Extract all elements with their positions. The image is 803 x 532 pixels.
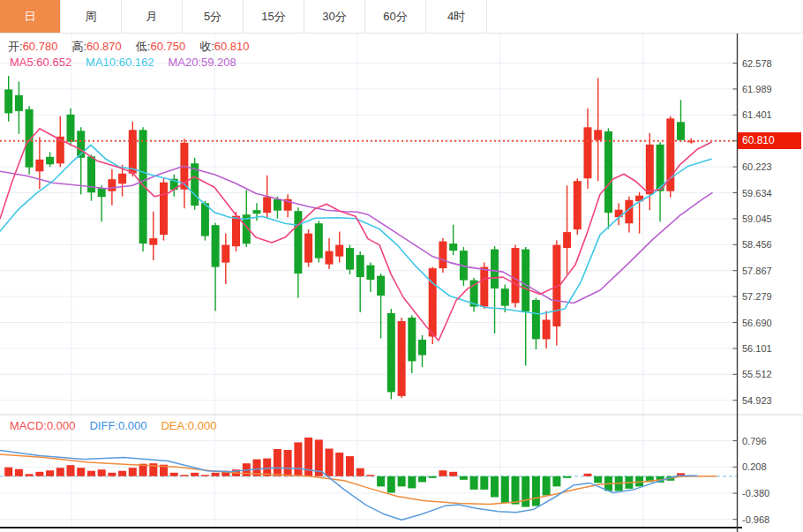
axis-label-macd-3: -0.968 <box>742 513 769 526</box>
row-ohlc-item-1: 高:60.870 <box>71 39 121 55</box>
tab-period-6[interactable]: 60分 <box>365 0 426 33</box>
axis-label-main-11: 56.101 <box>742 342 772 355</box>
axis-label-main-5: 59.634 <box>742 187 772 199</box>
axis-label-main-13: 54.923 <box>742 394 772 407</box>
row-macd-item-0: MACD:0.000 <box>10 419 75 432</box>
axis-label-macd-1: 0.208 <box>742 461 767 473</box>
tab-period-4[interactable]: 15分 <box>244 0 304 33</box>
tab-period-0[interactable]: 日 <box>0 0 61 33</box>
axis-label-macd-2: -0.380 <box>742 487 769 499</box>
chart-canvas <box>0 0 803 532</box>
tab-period-7[interactable]: 4时 <box>426 0 487 33</box>
row-ohlc-item-3: 收:60.810 <box>199 39 249 55</box>
candlestick-layer <box>4 76 695 400</box>
axis-label-main-9: 57.279 <box>742 290 772 303</box>
macd-legend: MACD:0.000DIFF:0.000DEA:0.000 <box>10 419 230 432</box>
price-badge: 60.810 <box>738 132 801 149</box>
axis-label-macd-0: 0.796 <box>742 435 767 447</box>
axis-label-main-12: 55.512 <box>742 368 772 380</box>
axis-label-main-4: 60.223 <box>742 161 772 173</box>
axis-label-main-10: 56.690 <box>742 317 772 329</box>
tab-period-1[interactable]: 周 <box>61 0 122 33</box>
kline-app-window: { "tabs": { "items": [ {"label": "日", "a… <box>0 0 803 532</box>
row-macd-item-2: DEA:0.000 <box>161 419 216 432</box>
macd-layer <box>0 438 738 520</box>
row-ohlc-item-0: 开:60.780 <box>8 39 57 55</box>
row-ma-item-1: MA10:60.162 <box>86 56 154 69</box>
tab-period-2[interactable]: 月 <box>122 0 183 33</box>
row-ma-item-2: MA20:59.208 <box>168 56 236 69</box>
axis-label-main-0: 62.578 <box>742 57 772 70</box>
axis-label-main-8: 57.867 <box>742 265 772 277</box>
period-tabbar: 日周月5分15分30分60分4时 <box>0 0 803 34</box>
row-ohlc-item-2: 低:60.750 <box>136 39 185 55</box>
axis-label-main-7: 58.456 <box>742 238 772 251</box>
tab-period-3[interactable]: 5分 <box>183 0 244 33</box>
grid-layer <box>0 34 738 528</box>
axis-label-main-2: 61.401 <box>742 109 772 121</box>
row-macd-item-1: DIFF:0.000 <box>89 419 146 432</box>
ohlc-readout: 开:60.780高:60.870低:60.750收:60.810 <box>8 39 264 55</box>
row-ma-item-0: MA5:60.652 <box>10 56 71 69</box>
ma-legend: MA5:60.652MA10:60.162MA20:59.208 <box>10 56 251 69</box>
tab-period-5[interactable]: 30分 <box>304 0 365 33</box>
axis-label-main-1: 61.989 <box>742 83 772 95</box>
axis-label-main-6: 59.045 <box>742 213 772 225</box>
